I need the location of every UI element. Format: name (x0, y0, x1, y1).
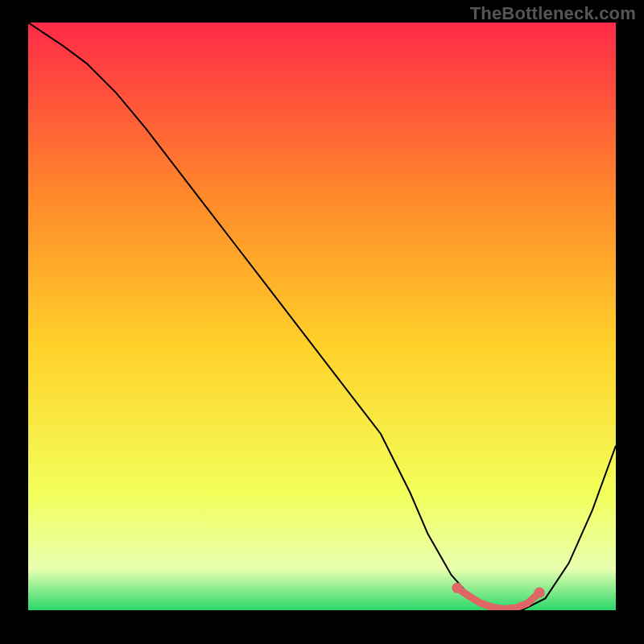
chart-container: TheBottleneck.com (0, 0, 644, 644)
marker-dot (452, 583, 462, 593)
chart-svg (28, 23, 616, 610)
marker-dot (535, 588, 545, 598)
watermark-text: TheBottleneck.com (470, 3, 636, 24)
plot-area (28, 23, 616, 610)
gradient-background (28, 23, 616, 610)
